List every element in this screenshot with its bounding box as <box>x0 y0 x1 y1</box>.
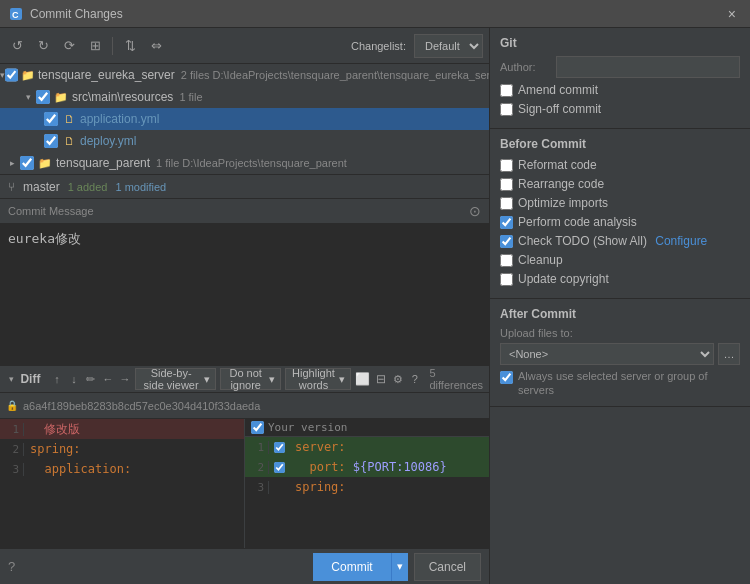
diff-collapse-arrow[interactable]: ▾ <box>6 374 16 384</box>
diff-settings-btn2[interactable]: ⊟ <box>374 369 387 389</box>
commit-options-icon[interactable]: ⊙ <box>469 203 481 219</box>
tree-check-deploy-yml[interactable] <box>44 134 58 148</box>
diff-back-button[interactable]: ← <box>101 369 114 389</box>
diff-left-panel: 1 修改版 2 spring: 3 application: <box>0 419 244 548</box>
diff-prev-button[interactable]: ↑ <box>50 369 63 389</box>
commit-message-label: Commit Message <box>8 205 469 217</box>
expand-button[interactable]: ⇔ <box>145 35 167 57</box>
redo-button[interactable]: ↻ <box>32 35 54 57</box>
tree-item-resources[interactable]: ▾ 📁 src\main\resources 1 file <box>0 86 489 108</box>
cleanup-label: Cleanup <box>518 253 563 267</box>
diff-right-header: Your version <box>245 419 489 437</box>
diff-left-line-2: 2 spring: <box>0 439 244 459</box>
lock-icon: 🔒 <box>6 400 18 411</box>
tree-name-deploy-yml: deploy.yml <box>80 134 136 148</box>
diff-highlight-dropdown[interactable]: Highlight words ▾ <box>285 368 352 390</box>
commit-button-group: Commit ▾ <box>313 553 407 581</box>
diff-help-btn[interactable]: ? <box>408 369 421 389</box>
todo-checkbox[interactable] <box>500 235 513 248</box>
amend-row: Amend commit <box>500 82 740 98</box>
right-panel: Git Author: Amend commit Sign-off commit… <box>490 28 750 584</box>
commit-arrow-button[interactable]: ▾ <box>392 553 408 581</box>
update-copyright-checkbox[interactable] <box>500 273 513 286</box>
rearrange-checkbox[interactable] <box>500 178 513 191</box>
perform-label: Perform code analysis <box>518 215 637 229</box>
branch-name: master <box>23 180 60 194</box>
configure-link[interactable]: Configure <box>655 234 707 248</box>
tree-arrow-resources[interactable]: ▾ <box>20 92 36 102</box>
after-commit-title: After Commit <box>500 307 740 321</box>
diff-header: ▾ Diff ↑ ↓ ✏ ← → Side-by-side viewer ▾ D… <box>0 365 489 393</box>
cancel-button[interactable]: Cancel <box>414 553 481 581</box>
sort-button[interactable]: ⇅ <box>119 35 141 57</box>
tree-arrow-parent[interactable]: ▸ <box>4 158 20 168</box>
bottom-bar: ? Commit ▾ Cancel <box>0 548 489 584</box>
after-commit-section: After Commit Upload files to: <None> … A… <box>490 299 750 407</box>
git-title: Git <box>500 36 740 50</box>
tree-name-eureka: tensquare_eureka_server <box>38 68 175 82</box>
author-input[interactable] <box>556 56 740 78</box>
tree-item-parent[interactable]: ▸ 📁 tensquare_parent 1 file D:\IdeaProje… <box>0 152 489 174</box>
diff-edit-button[interactable]: ✏ <box>84 369 97 389</box>
title-bar: C Commit Changes × <box>0 0 750 28</box>
tree-check-parent[interactable] <box>20 156 34 170</box>
author-label: Author: <box>500 61 550 73</box>
signoff-checkbox[interactable] <box>500 103 513 116</box>
cleanup-checkbox[interactable] <box>500 254 513 267</box>
upload-settings-btn[interactable]: … <box>718 343 740 365</box>
perform-checkbox[interactable] <box>500 216 513 229</box>
tree-item-application-yml[interactable]: 🗋 application.yml <box>0 108 489 130</box>
tree-item-eureka-server[interactable]: ▾ 📁 tensquare_eureka_server 2 files D:\I… <box>0 64 489 86</box>
diff-viewer-dropdown[interactable]: Side-by-side viewer ▾ <box>135 368 215 390</box>
tree-check-eureka[interactable] <box>5 68 18 82</box>
app-icon: C <box>8 6 24 22</box>
diff-fwd-button[interactable]: → <box>118 369 131 389</box>
tree-check-resources[interactable] <box>36 90 50 104</box>
diff-left-line-3: 3 application: <box>0 459 244 479</box>
main-container: ↺ ↻ ⟳ ⊞ ⇅ ⇔ Changelist: Default ▾ 📁 tens… <box>0 28 750 584</box>
changelist-dropdown[interactable]: Default <box>414 34 483 58</box>
update-copyright-label: Update copyright <box>518 272 609 286</box>
update-copyright-row: Update copyright <box>500 271 740 287</box>
svg-text:C: C <box>12 10 19 20</box>
perform-row: Perform code analysis <box>500 214 740 230</box>
branch-icon: ⑂ <box>8 180 15 194</box>
cleanup-row: Cleanup <box>500 252 740 268</box>
tree-meta-parent: 1 file D:\IdeaProjects\tensquare_parent <box>156 157 347 169</box>
tree-meta-eureka: 2 files D:\IdeaProjects\tensquare_parent… <box>181 69 489 81</box>
author-row: Author: <box>500 56 740 78</box>
always-use-text: Always use selected server or group of s… <box>518 369 740 398</box>
amend-checkbox[interactable] <box>500 84 513 97</box>
reformat-checkbox[interactable] <box>500 159 513 172</box>
refresh-button[interactable]: ⟳ <box>58 35 80 57</box>
diff-right-title: Your version <box>268 421 347 434</box>
diff-toolbar2: 🔒 a6a4f189beb8283b8cd57ec0e304d410f33dae… <box>0 393 489 419</box>
optimize-checkbox[interactable] <box>500 197 513 210</box>
todo-row: Check TODO (Show All) Configure <box>500 233 740 249</box>
diff-right-panel: Your version 1 server: 2 port: ${PORT:10… <box>244 419 489 548</box>
tree-name-resources: src\main\resources <box>72 90 173 104</box>
todo-label: Check TODO (Show All) <box>518 234 650 248</box>
group-button[interactable]: ⊞ <box>84 35 106 57</box>
always-use-checkbox[interactable] <box>500 371 513 384</box>
diff-content: 1 修改版 2 spring: 3 application: Your vers… <box>0 419 489 548</box>
commit-message-input[interactable]: eureka修改 <box>0 224 489 365</box>
tree-item-deploy-yml[interactable]: 🗋 deploy.yml <box>0 130 489 152</box>
rearrange-label: Rearrange code <box>518 177 604 191</box>
commit-button[interactable]: Commit <box>313 553 391 581</box>
diff-count: 5 differences <box>429 367 483 391</box>
diff-right-check[interactable] <box>251 421 264 434</box>
diff-next-button[interactable]: ↓ <box>67 369 80 389</box>
help-button[interactable]: ? <box>8 559 15 574</box>
diff-line2-check[interactable] <box>274 462 285 473</box>
folder-icon-parent: 📁 <box>37 155 53 171</box>
diff-ignore-dropdown[interactable]: Do not ignore ▾ <box>220 368 281 390</box>
undo-button[interactable]: ↺ <box>6 35 28 57</box>
upload-select[interactable]: <None> <box>500 343 714 365</box>
diff-settings-btn1[interactable]: ⬜ <box>355 369 370 389</box>
status-bar: ⑂ master 1 added 1 modified <box>0 175 489 199</box>
tree-check-app-yml[interactable] <box>44 112 58 126</box>
close-button[interactable]: × <box>722 4 742 24</box>
diff-line1-check[interactable] <box>274 442 285 453</box>
diff-settings-btn3[interactable]: ⚙ <box>391 369 404 389</box>
